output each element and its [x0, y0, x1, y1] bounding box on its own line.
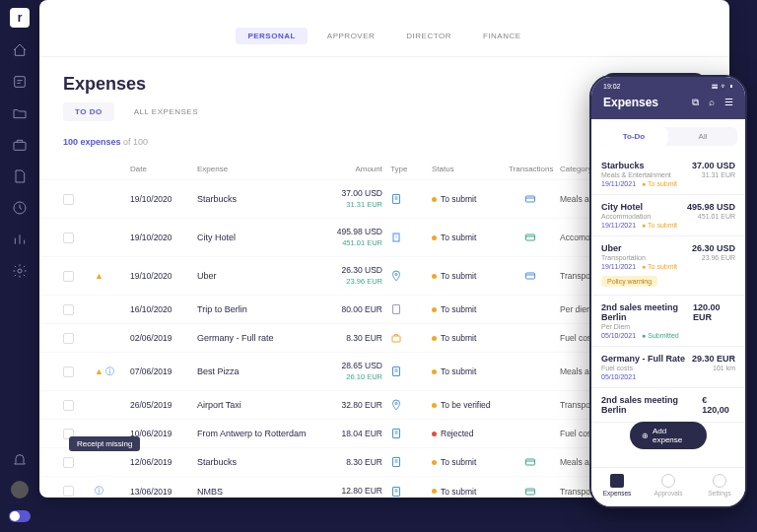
- row-status: To submit: [432, 487, 501, 497]
- theme-toggle[interactable]: [9, 510, 31, 522]
- sidebar: r: [0, 0, 39, 532]
- row-amount: 495.98 USD451.01 EUR: [323, 227, 382, 248]
- phone-statusbar: 19:02䷀ ᯤ ▮: [591, 77, 745, 92]
- row-checkbox[interactable]: [63, 233, 74, 243]
- mobile-app: 19:02䷀ ᯤ ▮ Expenses ⧉ ⌕ ☰ To-DoAll Starb…: [589, 75, 747, 508]
- user-avatar[interactable]: [11, 481, 29, 499]
- row-status: To submit: [432, 457, 501, 467]
- row-amount: 8.30 EUR: [323, 457, 382, 468]
- phone-expense-card[interactable]: Starbucks37.00 USDMeals & Entertainment3…: [591, 154, 745, 195]
- svg-point-3: [18, 269, 22, 273]
- home-icon[interactable]: [11, 41, 29, 59]
- type-icon: [390, 232, 402, 243]
- row-name: Starbucks: [197, 194, 315, 204]
- row-status: To submit: [432, 304, 501, 314]
- row-amount: 12.80 EUR: [323, 486, 382, 497]
- page-title: Expenses: [63, 74, 146, 95]
- phone-nav-item[interactable]: Approvals: [643, 474, 694, 497]
- phone-expense-card[interactable]: 2nd sales meeting Berlin€ 120,00: [591, 388, 745, 423]
- row-amount: 26.30 USD23.96 EUR: [323, 265, 382, 287]
- row-date: 02/06/2019: [130, 333, 189, 343]
- chart-icon[interactable]: [11, 231, 29, 248]
- row-status: To submit: [432, 194, 501, 204]
- role-tab-director[interactable]: DIRECTOR: [394, 28, 463, 44]
- row-name: From Antwerp to Rotterdam: [197, 429, 315, 438]
- role-tab-approver[interactable]: APPROVER: [315, 28, 386, 44]
- phone-tab[interactable]: To-Do: [599, 127, 668, 146]
- role-tabs: PERSONALAPPROVERDIRECTORFINANCE: [39, 0, 729, 57]
- row-checkbox[interactable]: [63, 400, 74, 411]
- row-name: Uber: [197, 271, 315, 281]
- type-icon: [390, 366, 402, 377]
- row-checkbox[interactable]: [63, 486, 74, 497]
- row-name: Trip to Berlin: [197, 304, 315, 314]
- row-name: City Hotel: [197, 233, 315, 242]
- row-checkbox[interactable]: [63, 194, 74, 205]
- document-icon[interactable]: [11, 167, 29, 185]
- row-name: Germany - Full rate: [197, 333, 315, 343]
- svg-rect-11: [392, 336, 400, 342]
- row-checkbox[interactable]: [63, 366, 74, 377]
- phone-expense-card[interactable]: 2nd sales meeting Berlin120.00 EURPer Di…: [591, 296, 745, 347]
- expenses-icon[interactable]: [11, 73, 29, 91]
- receipt-missing-tooltip: Receipt missing: [69, 436, 140, 451]
- svg-rect-16: [526, 459, 535, 465]
- row-date: 16/10/2020: [130, 304, 189, 314]
- svg-point-13: [395, 403, 397, 405]
- phone-nav-item[interactable]: Expenses: [591, 474, 643, 497]
- row-status: To be verified: [432, 400, 501, 410]
- phone-expense-card[interactable]: City Hotel495.98 USDAccommodation451.01 …: [591, 195, 745, 236]
- svg-rect-7: [526, 234, 535, 240]
- svg-rect-0: [15, 77, 26, 88]
- filter-icon[interactable]: ☰: [724, 97, 733, 108]
- row-amount: 18.04 EUR: [323, 429, 382, 439]
- row-date: 19/10/2020: [130, 271, 189, 281]
- warning-icon: ▲: [95, 271, 103, 281]
- phone-tab[interactable]: All: [668, 127, 737, 146]
- type-icon: [390, 486, 402, 498]
- svg-rect-10: [393, 305, 400, 314]
- sub-tab[interactable]: ALL EXPENSES: [122, 102, 210, 121]
- policy-warning-badge: Policy warning: [601, 276, 657, 287]
- phone-expense-card[interactable]: Germany - Full Rate29.30 EURFuel costs10…: [591, 347, 745, 388]
- type-icon: [390, 399, 402, 411]
- clock-icon[interactable]: [11, 199, 29, 217]
- transaction-icon: [509, 232, 552, 243]
- role-tab-finance[interactable]: FINANCE: [471, 28, 533, 44]
- search-icon[interactable]: ⌕: [709, 97, 715, 108]
- sub-tab[interactable]: TO DO: [63, 102, 114, 121]
- phone-nav-item[interactable]: Settings: [694, 474, 745, 497]
- phone-bottom-nav: ExpensesApprovalsSettings: [591, 467, 745, 506]
- row-checkbox[interactable]: [63, 271, 74, 282]
- transaction-icon: [509, 456, 552, 468]
- row-date: 26/05/2019: [130, 400, 189, 410]
- row-checkbox[interactable]: [63, 333, 74, 344]
- row-amount: 37.00 USD31.31 EUR: [323, 188, 382, 210]
- type-icon: [390, 332, 402, 344]
- phone-add-expense-button[interactable]: ⊕Add expense: [630, 422, 707, 449]
- phone-title: Expenses: [603, 96, 658, 109]
- svg-rect-1: [14, 142, 26, 150]
- role-tab-personal[interactable]: PERSONAL: [236, 28, 307, 44]
- row-date: 12/06/2019: [130, 457, 189, 467]
- svg-point-8: [395, 274, 397, 276]
- transaction-icon: [509, 193, 552, 205]
- row-name: Best Pizza: [197, 366, 315, 376]
- app-logo[interactable]: r: [10, 8, 30, 28]
- phone-expense-card[interactable]: Uber26.30 USDTransportation23.96 EUR19/1…: [591, 236, 745, 296]
- row-checkbox[interactable]: [63, 304, 74, 315]
- row-status: To submit: [432, 233, 501, 242]
- briefcase-icon[interactable]: [11, 136, 29, 154]
- row-amount: 32.80 EUR: [323, 400, 382, 411]
- folder-icon[interactable]: [11, 104, 29, 122]
- type-icon: [390, 193, 402, 205]
- row-name: NMBS: [197, 487, 315, 497]
- bell-icon[interactable]: [11, 451, 29, 469]
- svg-rect-18: [526, 489, 535, 495]
- settings-icon[interactable]: [11, 262, 29, 280]
- row-checkbox[interactable]: [63, 457, 74, 468]
- svg-rect-9: [526, 273, 535, 279]
- scan-icon[interactable]: ⧉: [692, 97, 699, 108]
- transaction-icon: [509, 486, 552, 498]
- row-status: Rejected: [432, 429, 501, 438]
